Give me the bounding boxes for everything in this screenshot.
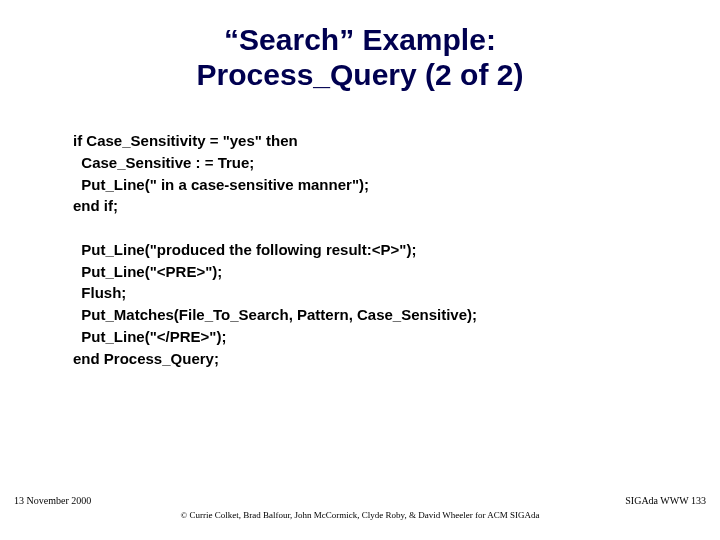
code-line: Put_Matches(File_To_Search, Pattern, Cas… — [73, 306, 477, 323]
code-line: end if; — [73, 197, 118, 214]
code-line: Flush; — [73, 284, 126, 301]
code-block: if Case_Sensitivity = "yes" then Case_Se… — [73, 130, 477, 369]
code-line: if Case_Sensitivity = "yes" then — [73, 132, 298, 149]
slide: “Search” Example: Process_Query (2 of 2)… — [0, 0, 720, 540]
footer-copyright: © Currie Colket, Brad Balfour, John McCo… — [0, 510, 720, 520]
code-line: Put_Line("<PRE>"); — [73, 263, 222, 280]
code-line: Put_Line("produced the following result:… — [73, 241, 416, 258]
footer-date: 13 November 2000 — [14, 495, 91, 506]
slide-title: “Search” Example: Process_Query (2 of 2) — [0, 0, 720, 93]
code-line: Case_Sensitive : = True; — [73, 154, 254, 171]
code-line: end Process_Query; — [73, 350, 219, 367]
footer-page: SIGAda WWW 133 — [625, 495, 706, 506]
code-line: Put_Line("</PRE>"); — [73, 328, 226, 345]
title-line-1: “Search” Example: — [0, 22, 720, 57]
code-line: Put_Line(" in a case-sensitive manner"); — [73, 176, 369, 193]
title-line-2: Process_Query (2 of 2) — [0, 57, 720, 92]
